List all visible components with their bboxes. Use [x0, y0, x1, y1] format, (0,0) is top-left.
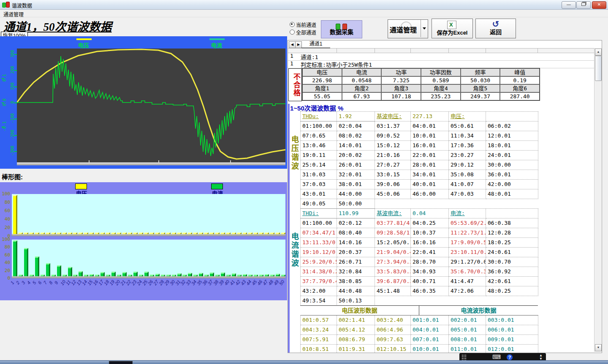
bar [24, 232, 28, 235]
data-cell: 功率 [381, 68, 421, 76]
bar-x-label: 8 [48, 280, 53, 285]
waveform-cell: 005:4.12 [337, 325, 375, 335]
data-cell: 28:0.70 [411, 257, 449, 267]
bar [221, 272, 225, 276]
bar-y-tick: 20 [0, 225, 10, 230]
data-cell: 09:28.58/1.56 [375, 228, 411, 238]
bar [84, 275, 88, 277]
verdict-badge: 不合格 [288, 68, 302, 101]
data-cell: 35:6.70/0.37 [449, 267, 486, 277]
bar [35, 232, 39, 235]
data-cell: 11:0.34 [449, 131, 486, 141]
taskbar-button[interactable] [109, 361, 133, 364]
data-cell: 0.0548 [342, 76, 382, 84]
channel-info-text: 通道:1 [301, 53, 318, 61]
bar [139, 232, 143, 235]
voltage-axis-tick: -100 [10, 112, 15, 125]
scroll-down-icon[interactable]: ▼ [595, 344, 602, 351]
save-excel-button[interactable]: 保存为Excel [432, 19, 473, 38]
bar [57, 265, 61, 276]
bar-y-tick: 40 [0, 260, 10, 265]
data-cell: 110.99 [337, 209, 375, 218]
data-cell: 46:0.35 [411, 286, 449, 296]
data-cell: 40:0.71 [411, 277, 449, 286]
waveform-cell: 009:0.01 [486, 335, 538, 345]
bar [232, 232, 236, 235]
row-number: 1 [290, 53, 293, 59]
current-legend-line [209, 38, 225, 40]
menu-item-channel-management[interactable]: 通道管理 [3, 11, 24, 18]
data-cell: 31:0.03 [301, 170, 337, 180]
tab-scroll-right[interactable]: ▶ [295, 41, 302, 48]
bar-x-label: 1 [9, 280, 15, 285]
bar [161, 275, 165, 277]
bar [41, 232, 45, 235]
waveform-cell: 004:3.24 [301, 325, 337, 335]
radio-current-channel[interactable] [290, 22, 295, 27]
waveform-cell: 007:0.01 [411, 335, 449, 345]
tab-channel-1[interactable]: 通道1 [301, 41, 330, 48]
bar [68, 267, 72, 276]
bar [122, 272, 127, 276]
channel-manage-button[interactable]: 通道管理 [388, 19, 428, 38]
waveform-x-axis [17, 162, 285, 165]
data-cell: 18:0.25 [486, 238, 538, 248]
scroll-up-icon[interactable]: ▲ [595, 49, 602, 56]
data-cell: 27:0.27 [375, 160, 411, 170]
bar [172, 275, 176, 277]
vertical-scrollbar[interactable]: ▲ ▼ [594, 48, 601, 352]
data-cell: 37:7.79/0.43 [301, 277, 337, 286]
data-cell: THDu: [301, 112, 337, 121]
data-cell: 03:1.37 [375, 121, 411, 131]
tab-scroll-left[interactable]: ◀ [289, 41, 296, 48]
chevron-down-icon [423, 27, 426, 30]
waveform-cell: 002:1.41 [337, 315, 375, 325]
data-cell: 23:0.27 [449, 151, 486, 160]
data-cell: 35:0.08 [449, 170, 486, 180]
data-collect-button[interactable]: 数据采集 [321, 20, 362, 38]
data-cell: 34:0.01 [411, 170, 449, 180]
waveform-cell: 003:0.01 [486, 315, 538, 325]
drag-handle-icon[interactable] [461, 354, 467, 361]
data-cell: 05:0.61 [449, 121, 486, 131]
bar [41, 275, 45, 277]
waveform-cell: 008:0.01 [449, 335, 486, 345]
thdi-row: THDi:110.99基波电流:0.04电流: [300, 208, 538, 218]
radio-all-channels[interactable] [290, 30, 295, 35]
voltage-legend-label: 电压 [78, 41, 89, 49]
data-cell: 15:2.05/0.11 [375, 238, 411, 248]
data-cell: 43:2.00 [301, 286, 337, 296]
channel-manage-dropdown[interactable] [421, 20, 428, 37]
scrollbar-thumb[interactable] [595, 56, 602, 81]
close-button[interactable]: ✕ [592, 1, 606, 9]
bar [46, 232, 50, 235]
data-cell: 07:34.47/1.88 [301, 228, 337, 238]
waveform-cell: 010:0.01 [411, 345, 449, 353]
bar [133, 232, 138, 235]
criteria-text: 判定标准:功率小于25W条件1 [301, 60, 372, 68]
bar [144, 272, 149, 276]
minimize-button[interactable]: — [562, 1, 576, 9]
data-cell: 基波电流: [375, 209, 411, 218]
help-icon[interactable]: ? [507, 354, 513, 360]
data-cell: 13:11.33/0.62 [301, 238, 337, 248]
bar-x-label: 2 [15, 280, 20, 285]
bar [215, 232, 220, 235]
voltage-axis-tick: -200 [10, 129, 15, 141]
voltage-bar-plot [12, 194, 285, 236]
radio-current-channel-label: 当前通道 [296, 21, 316, 28]
restore-window-button[interactable] [576, 1, 591, 9]
bar [13, 240, 17, 276]
voltage-axis-tick: -300 [10, 145, 15, 157]
bar [204, 275, 209, 277]
return-button[interactable]: ↺ 返回 [475, 19, 516, 38]
data-cell: 32:0.84 [337, 267, 375, 277]
data-cell: 38:0.01 [337, 180, 375, 189]
keyboard-icon[interactable]: ⌨ [492, 353, 501, 360]
bar [166, 232, 171, 235]
collapse-arrows-icon[interactable]: ▲▼ [539, 354, 543, 361]
data-cell: 16:0.16 [411, 238, 449, 248]
voltage-axis-tick: 300 [10, 48, 15, 60]
bar [73, 232, 77, 235]
voltage-harmonics-table: 01:100.0002:0.0403:1.3704:0.0105:0.6106:… [300, 121, 538, 209]
